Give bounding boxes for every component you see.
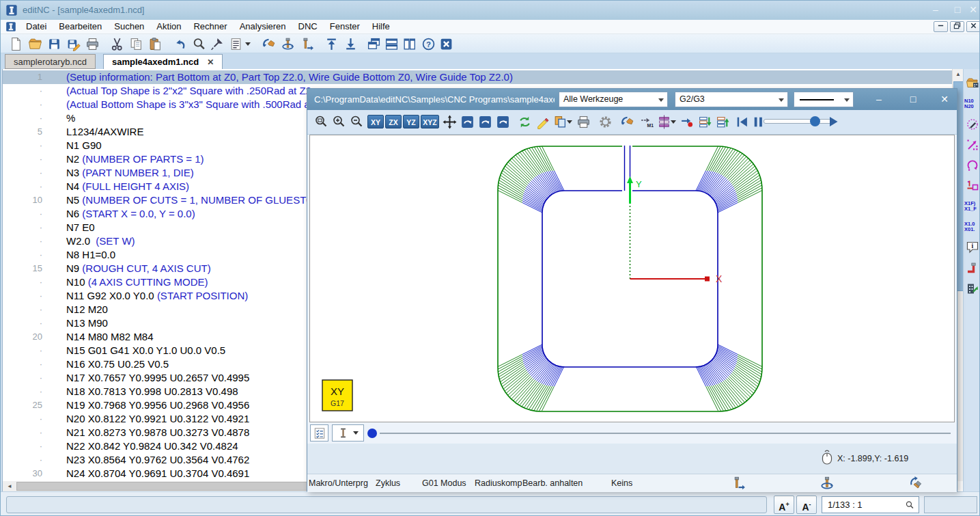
run-to-m1-button[interactable] [638, 113, 654, 130]
view-list-button[interactable] [227, 36, 244, 52]
backplot-close-icon[interactable]: ✕ [934, 91, 955, 108]
format-decimal-button[interactable]: X1.0X01. [964, 219, 980, 235]
menu-datei[interactable]: Datei [20, 20, 53, 33]
goto-button[interactable] [208, 36, 225, 52]
mouse-zoom-mode-icon[interactable] [908, 476, 923, 493]
font-increase-button[interactable]: A+ [774, 495, 794, 514]
copy-image-dropdown-icon[interactable] [567, 120, 572, 124]
view-xy-button[interactable]: XY [367, 115, 384, 128]
block-range-button[interactable] [656, 113, 672, 130]
backplot-minimize-icon[interactable]: – [869, 91, 889, 108]
view-xyz-button[interactable]: XYZ [421, 115, 439, 128]
speed-slider-track[interactable] [764, 119, 833, 124]
menu-bearbeiten[interactable]: Bearbeiten [53, 20, 108, 33]
tile-horizontal-button[interactable] [383, 36, 400, 52]
compare-files-button[interactable] [964, 75, 980, 92]
renumber-button[interactable]: N10N20 [964, 96, 980, 112]
line-style-combobox[interactable] [794, 92, 854, 107]
menu-fenster[interactable]: Fenster [324, 20, 366, 33]
print-button[interactable] [84, 36, 100, 52]
mirror-pattern-button[interactable] [964, 178, 980, 194]
undo-button[interactable] [171, 36, 188, 52]
rotate-y-button[interactable] [477, 113, 493, 130]
minimize-window-icon[interactable]: – [927, 1, 944, 18]
zoom-ratio-box[interactable]: 1/133 : 1 [822, 496, 919, 513]
tab-sample4axedm1-ncd[interactable]: sample4axedm1.ncd✕ [103, 54, 223, 69]
close-window-icon[interactable]: ✕ [964, 1, 980, 18]
tool-filter-combobox[interactable]: Alle Werkzeuge [559, 92, 668, 107]
redraw-button[interactable] [516, 113, 533, 130]
menu-dnc[interactable]: DNC [292, 20, 324, 33]
zoom-out-button[interactable] [348, 113, 365, 130]
code-line-1[interactable]: 1(Setup information: Part Bottom at Z0, … [3, 70, 952, 84]
backplot-maximize-icon[interactable]: □ [903, 91, 923, 108]
go-top-button[interactable] [323, 36, 339, 52]
block-list-button[interactable] [310, 424, 328, 442]
rotary-convert-button[interactable] [298, 36, 315, 52]
tab-samplerotaryb-ncd[interactable]: samplerotaryb.ncd [5, 54, 96, 69]
copy-button[interactable] [128, 36, 144, 52]
menu-analysieren[interactable]: Analysieren [234, 20, 292, 33]
mdi-restore-icon[interactable] [950, 21, 964, 32]
new-button[interactable] [8, 36, 24, 52]
info-button[interactable] [964, 239, 980, 256]
open-button[interactable] [27, 36, 43, 52]
run-to-point-button[interactable] [679, 113, 695, 130]
mdi-close-icon[interactable] [966, 21, 980, 32]
menu-rechner[interactable]: Rechner [187, 20, 233, 33]
zoom-in-button[interactable] [331, 113, 347, 130]
menu-hilfe[interactable]: Hilfe [366, 20, 396, 33]
motion-filter-combobox[interactable]: G2/G3 [675, 92, 788, 107]
tile-vertical-button[interactable] [401, 36, 417, 52]
speed-slider-thumb[interactable] [810, 116, 820, 126]
find-button[interactable] [191, 36, 207, 52]
rotate-x-button[interactable] [459, 113, 475, 130]
go-bottom-button[interactable] [342, 36, 359, 52]
scroll-left-icon[interactable]: ◄ [4, 481, 15, 491]
save-as-button[interactable] [65, 36, 81, 52]
rewind-button[interactable] [733, 113, 750, 130]
bend-tube-button[interactable] [964, 260, 980, 276]
exit-button[interactable] [438, 36, 454, 52]
copy-image-button[interactable] [552, 113, 568, 130]
wire-mode-dropdown[interactable] [332, 424, 364, 442]
view-yz-button[interactable]: YZ [403, 115, 419, 128]
translate-pattern-button[interactable] [964, 137, 980, 153]
menu-suchen[interactable]: Suchen [108, 20, 150, 33]
font-decrease-button[interactable]: A- [796, 495, 817, 514]
scroll-up-icon[interactable]: ▲ [953, 69, 964, 81]
rotary-setup-button[interactable] [279, 36, 296, 52]
rotate-pattern-button[interactable] [964, 157, 980, 174]
backplot-canvas[interactable]: Y X XY G17 [309, 135, 955, 422]
step-forward-button[interactable] [697, 113, 713, 130]
settings-button[interactable] [597, 113, 613, 130]
backplot-button[interactable] [260, 36, 277, 52]
play-button[interactable] [825, 113, 841, 130]
step-back-button[interactable] [714, 113, 731, 130]
paste-button[interactable] [147, 36, 163, 52]
progress-slider-thumb[interactable] [367, 429, 377, 438]
format-address-button[interactable]: X1F)X1_F [964, 198, 980, 215]
mouse-rotate-mode-icon[interactable] [820, 476, 835, 493]
post-machine-button[interactable] [964, 280, 980, 297]
print-image-button[interactable] [575, 113, 591, 130]
tab-close-icon[interactable]: ✕ [207, 57, 214, 67]
cut-button[interactable] [109, 36, 125, 52]
search-icon[interactable] [905, 500, 914, 510]
view-list-dropdown-icon[interactable] [245, 42, 251, 46]
trace-select-button[interactable] [964, 116, 980, 133]
pan-button[interactable] [441, 113, 458, 130]
help-button[interactable] [420, 36, 436, 52]
rotate-z-button[interactable] [494, 113, 511, 130]
view-zx-button[interactable]: ZX [385, 115, 402, 128]
save-button[interactable] [46, 36, 62, 52]
menu-aktion[interactable]: Aktion [150, 20, 187, 33]
zoom-window-button[interactable] [313, 113, 329, 130]
block-range-dropdown-icon[interactable] [671, 120, 676, 124]
mdi-minimize-icon[interactable] [934, 21, 948, 32]
backplot-run-button[interactable] [619, 113, 635, 130]
erase-button[interactable] [534, 113, 550, 130]
mouse-pan-mode-icon[interactable] [731, 476, 746, 493]
cascade-windows-button[interactable] [365, 36, 382, 52]
progress-slider-track[interactable] [380, 433, 951, 434]
